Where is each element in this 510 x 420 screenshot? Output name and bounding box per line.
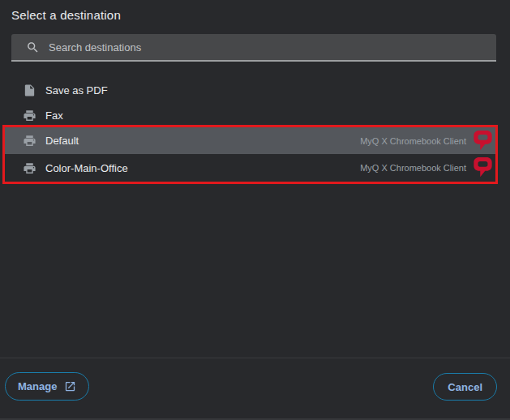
destination-label: Fax	[45, 109, 63, 122]
manage-button[interactable]: Manage	[5, 372, 89, 401]
printer-icon	[23, 161, 36, 175]
printer-icon	[23, 134, 36, 148]
document-icon	[23, 84, 36, 97]
print-destination-dialog: Select a destination Save as PDF Fax Def…	[0, 0, 510, 420]
myq-logo-icon	[474, 157, 492, 178]
open-in-new-icon	[64, 380, 76, 392]
destination-secondary: MyQ X Chromebook Client	[360, 136, 466, 146]
destination-label: Default	[45, 135, 79, 147]
destination-label: Save as PDF	[45, 84, 108, 96]
cancel-label: Cancel	[448, 381, 482, 393]
manage-label: Manage	[18, 380, 57, 392]
destination-secondary: MyQ X Chromebook Client	[360, 163, 466, 173]
dialog-title: Select a destination	[11, 8, 121, 22]
footer-divider	[0, 358, 510, 358]
search-bar[interactable]	[11, 34, 496, 62]
search-icon	[26, 41, 40, 54]
cancel-button[interactable]: Cancel	[433, 373, 497, 401]
myq-logo-icon	[474, 131, 492, 152]
destination-label: Color-Main-Office	[45, 162, 128, 174]
destination-row-default[interactable]: Default MyQ X Chromebook Client	[5, 127, 497, 154]
search-input[interactable]	[40, 34, 496, 60]
destination-row-save-as-pdf[interactable]: Save as PDF	[5, 78, 497, 103]
destination-row-fax[interactable]: Fax	[5, 103, 497, 127]
destination-row-color-main-office[interactable]: Color-Main-Office MyQ X Chromebook Clien…	[5, 154, 497, 182]
printer-icon	[23, 109, 36, 122]
